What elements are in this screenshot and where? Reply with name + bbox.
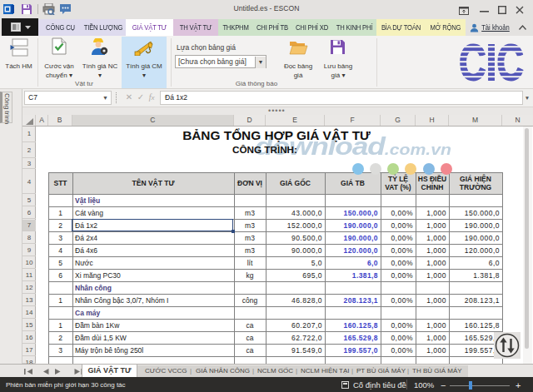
svg-text:CIC: CIC [459, 42, 524, 82]
